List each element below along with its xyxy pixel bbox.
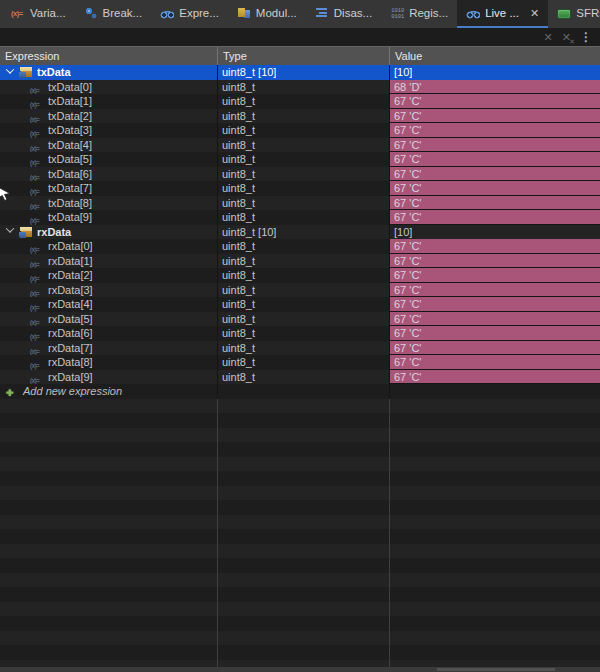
type-cell: uint8_t [217, 80, 389, 95]
tab-regis[interactable]: Regis... [381, 0, 457, 28]
type-label: uint8_t [222, 124, 255, 136]
variable-icon [30, 371, 44, 383]
view-menu-icon[interactable]: ⋮ [580, 31, 592, 43]
table-row[interactable]: txData[2]uint8_t67 'C' [0, 109, 600, 124]
type-label: uint8_t [222, 255, 255, 267]
table-row[interactable]: rxData[5]uint8_t67 'C' [0, 312, 600, 327]
type-label: uint8_t [222, 371, 255, 383]
type-cell: uint8_t [217, 355, 389, 370]
expression-label: txData[4] [48, 138, 92, 153]
tab-bar-tabs: Varia...Break...Expre...Modul...Disas...… [2, 0, 600, 28]
type-cell: uint8_t [217, 239, 389, 254]
table-row[interactable]: rxData[1]uint8_t67 'C' [0, 254, 600, 269]
empty-cell [217, 515, 389, 530]
empty-cell [0, 515, 217, 530]
expression-label: rxData[8] [48, 355, 93, 370]
tab-break[interactable]: Break... [75, 0, 152, 28]
column-header-label: Type [223, 50, 247, 62]
tab-disas[interactable]: Disas... [306, 0, 381, 28]
table-row[interactable]: txData[4]uint8_t67 'C' [0, 138, 600, 153]
table-row[interactable]: rxData[7]uint8_t67 'C' [0, 341, 600, 356]
expression-cell: txData[1] [0, 94, 217, 109]
close-icon[interactable]: ✕ [530, 7, 539, 20]
table-row[interactable]: rxData[9]uint8_t67 'C' [0, 370, 600, 385]
expression-label: rxData [37, 225, 71, 240]
empty-cell [389, 486, 600, 501]
expression-label: rxData[5] [48, 312, 93, 327]
expression-label: rxData[4] [48, 297, 93, 312]
column-header-type[interactable]: Type [217, 47, 389, 65]
empty-cell [389, 457, 600, 472]
add-expression-row[interactable]: Add new expression [0, 384, 600, 399]
column-header-label: Expression [5, 50, 59, 62]
remove-all-expressions-icon[interactable]: ✕ [562, 32, 571, 43]
scrollbar-thumb[interactable] [437, 668, 555, 671]
empty-row [0, 587, 600, 602]
expression-label: rxData[7] [48, 341, 93, 356]
empty-cell [217, 602, 389, 617]
tab-sfrs[interactable]: SFRs [548, 0, 600, 28]
empty-cell [389, 529, 600, 544]
expression-cell: txData[0] [0, 80, 217, 95]
column-header-expression[interactable]: Expression [0, 47, 217, 65]
empty-cell [217, 645, 389, 660]
variable-icon [30, 81, 44, 93]
value-label: 67 'C' [394, 168, 421, 180]
empty-cell [0, 631, 217, 646]
empty-cell [217, 660, 389, 668]
empty-cell [0, 399, 217, 414]
table-row[interactable]: rxData[4]uint8_t67 'C' [0, 297, 600, 312]
expression-cell: txData [0, 65, 217, 80]
empty-cell [389, 515, 600, 530]
table-row[interactable]: txData[0]uint8_t68 'D' [0, 80, 600, 95]
chevron-down-icon[interactable] [6, 225, 14, 233]
tab-modul[interactable]: Modul... [228, 0, 306, 28]
tab-varia[interactable]: Varia... [2, 0, 75, 28]
table-row[interactable]: rxData[3]uint8_t67 'C' [0, 283, 600, 298]
table-row[interactable]: txData[8]uint8_t67 'C' [0, 196, 600, 211]
column-headers: Expression Type Value [0, 46, 600, 65]
type-cell: uint8_t [217, 138, 389, 153]
type-label: uint8_t [222, 342, 255, 354]
column-header-value[interactable]: Value [389, 47, 600, 65]
empty-row [0, 529, 600, 544]
table-row[interactable]: txData[6]uint8_t67 'C' [0, 167, 600, 182]
empty-cell [0, 645, 217, 660]
table-row[interactable]: rxDatauint8_t [10][10] [0, 225, 600, 240]
type-cell: uint8_t [217, 370, 389, 385]
empty-cell [389, 573, 600, 588]
horizontal-scrollbar[interactable] [0, 667, 600, 672]
value-label: 67 'C' [394, 240, 421, 252]
remove-expression-icon[interactable]: ✕ [544, 32, 553, 43]
table-row[interactable]: txData[5]uint8_t67 'C' [0, 152, 600, 167]
table-row[interactable]: txDatauint8_t [10][10] [0, 65, 600, 80]
table-row[interactable]: txData[1]uint8_t67 'C' [0, 94, 600, 109]
empty-cell [389, 471, 600, 486]
empty-cell [0, 486, 217, 501]
empty-cell [389, 645, 600, 660]
expression-label: txData[9] [48, 210, 92, 225]
add-expression-label: Add new expression [23, 384, 122, 399]
table-row[interactable]: rxData[0]uint8_t67 'C' [0, 239, 600, 254]
tab-live[interactable]: Live ...✕ [457, 0, 548, 28]
empty-cell [389, 544, 600, 559]
empty-cell [217, 558, 389, 573]
tab-bar: Varia...Break...Expre...Modul...Disas...… [0, 0, 600, 28]
empty-cell [0, 660, 217, 668]
value-label: [10] [394, 66, 412, 78]
chevron-down-icon[interactable] [6, 65, 14, 73]
table-row[interactable]: rxData[6]uint8_t67 'C' [0, 326, 600, 341]
type-label: uint8_t [222, 284, 255, 296]
variable-icon [30, 327, 44, 339]
expression-cell: rxData[7] [0, 341, 217, 356]
table-row[interactable]: txData[7]uint8_t67 'C' [0, 181, 600, 196]
type-cell: uint8_t [217, 152, 389, 167]
table-row[interactable]: rxData[8]uint8_t67 'C' [0, 355, 600, 370]
tab-expre[interactable]: Expre... [151, 0, 228, 28]
type-cell: uint8_t [217, 167, 389, 182]
value-label: 67 'C' [394, 327, 421, 339]
table-row[interactable]: txData[9]uint8_t67 'C' [0, 210, 600, 225]
view-toolbar: ✕ ✕ ⋮ [0, 28, 600, 46]
table-row[interactable]: txData[3]uint8_t67 'C' [0, 123, 600, 138]
table-row[interactable]: rxData[2]uint8_t67 'C' [0, 268, 600, 283]
